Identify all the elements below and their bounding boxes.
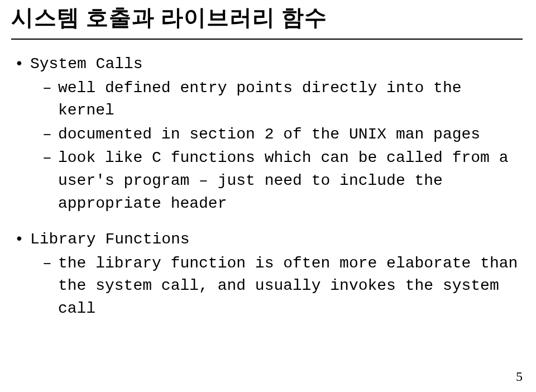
page-number: 5 bbox=[516, 369, 523, 384]
list-item: the library function is often more elabo… bbox=[58, 252, 523, 321]
section-heading: System Calls bbox=[30, 53, 523, 76]
list-item: documented in section 2 of the UNIX man … bbox=[58, 123, 523, 146]
list-item: well defined entry points directly into … bbox=[58, 77, 523, 122]
section-system-calls: System Calls well defined entry points d… bbox=[30, 53, 523, 215]
section-library-functions: Library Functions the library function i… bbox=[30, 228, 523, 320]
section-heading: Library Functions bbox=[30, 228, 523, 251]
section-items: the library function is often more elabo… bbox=[30, 252, 523, 321]
page-title: 시스템 호출과 라이브러리 함수 bbox=[11, 0, 523, 39]
content-list: System Calls well defined entry points d… bbox=[11, 53, 523, 321]
section-items: well defined entry points directly into … bbox=[30, 77, 523, 216]
title-rule bbox=[11, 39, 523, 40]
list-item: look like C functions which can be calle… bbox=[58, 147, 523, 215]
slide: 시스템 호출과 라이브러리 함수 System Calls well defin… bbox=[0, 0, 536, 392]
